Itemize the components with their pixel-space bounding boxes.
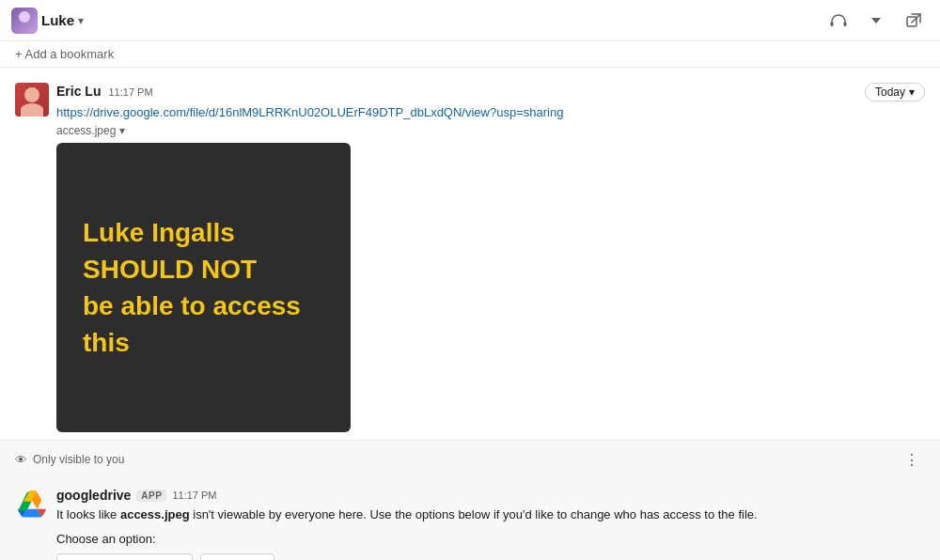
bookmark-bar: + Add a bookmark	[0, 41, 940, 68]
skip-button[interactable]: Skip this	[200, 553, 274, 561]
gdrive-actions: Select one... Skip this	[56, 553, 925, 561]
user-name: Luke	[41, 12, 74, 28]
gdrive-message-prefix: It looks like	[56, 507, 120, 521]
image-attachment: Luke Ingalls SHOULD NOT be able to acces…	[56, 143, 351, 432]
chevron-down-icon-btn[interactable]	[861, 6, 891, 36]
gdrive-meta: googledrive APP 11:17 PM	[56, 488, 925, 503]
gdrive-options-label: Choose an option:	[56, 532, 925, 546]
gdrive-section: googledrive APP 11:17 PM It looks like a…	[0, 478, 940, 560]
gdrive-message-suffix: isn't viewable by everyone here. Use the…	[190, 507, 758, 521]
add-bookmark-link[interactable]: + Add a bookmark	[15, 47, 925, 61]
date-badge[interactable]: Today ▾	[865, 83, 925, 101]
gdrive-filename: access.jpeg	[120, 507, 190, 521]
gdrive-app-name: googledrive	[56, 488, 131, 503]
message-link-container: https://drive.google.com/file/d/16nlM9LR…	[56, 103, 925, 120]
image-content: Luke Ingalls SHOULD NOT be able to acces…	[56, 192, 351, 384]
gdrive-time: 11:17 PM	[172, 490, 216, 501]
google-drive-link[interactable]: https://drive.google.com/file/d/16nlM9LR…	[56, 105, 563, 119]
svg-rect-1	[844, 22, 847, 26]
main-content: Eric Lu 11:17 PM Today ▾ https://drive.g…	[0, 68, 940, 560]
image-line-2: SHOULD NOT	[83, 251, 324, 288]
eye-icon: 👁	[15, 453, 27, 467]
dropdown-icon: ▾	[119, 124, 125, 137]
visibility-left: 👁 Only visible to you	[15, 453, 124, 467]
message-time: 11:17 PM	[108, 86, 152, 98]
message-row: Eric Lu 11:17 PM Today ▾ https://drive.g…	[15, 83, 925, 432]
avatar	[11, 8, 38, 34]
message-area: Eric Lu 11:17 PM Today ▾ https://drive.g…	[0, 68, 940, 440]
header-right	[823, 6, 929, 36]
headphones-button[interactable]	[823, 6, 854, 36]
visibility-bar: 👁 Only visible to you ⋮	[0, 440, 940, 478]
image-line-1: Luke Ingalls	[83, 214, 324, 251]
gdrive-row: googledrive APP 11:17 PM It looks like a…	[15, 488, 925, 560]
message-meta: Eric Lu 11:17 PM Today ▾	[56, 83, 925, 101]
attachment-label[interactable]: access.jpeg ▾	[56, 124, 925, 137]
image-line-3: be able to access this	[83, 288, 324, 361]
message-body: Eric Lu 11:17 PM Today ▾ https://drive.g…	[56, 83, 925, 432]
header: Luke ▾	[0, 0, 940, 41]
gdrive-logo	[15, 488, 49, 521]
gdrive-app-badge: APP	[136, 490, 166, 502]
new-window-button[interactable]	[899, 6, 929, 36]
gdrive-message: It looks like access.jpeg isn't viewable…	[56, 506, 925, 524]
chevron-icon: ▾	[909, 86, 915, 99]
svg-rect-0	[831, 22, 834, 26]
access-option-select[interactable]: Select one...	[56, 553, 193, 561]
chevron-down-icon[interactable]: ▾	[78, 14, 84, 27]
header-left: Luke ▾	[11, 8, 84, 34]
visibility-label: Only visible to you	[33, 453, 124, 466]
gdrive-body: googledrive APP 11:17 PM It looks like a…	[56, 488, 925, 560]
more-options-button[interactable]: ⋮	[899, 446, 925, 473]
message-sender: Eric Lu	[56, 84, 101, 99]
sender-avatar	[15, 83, 49, 117]
